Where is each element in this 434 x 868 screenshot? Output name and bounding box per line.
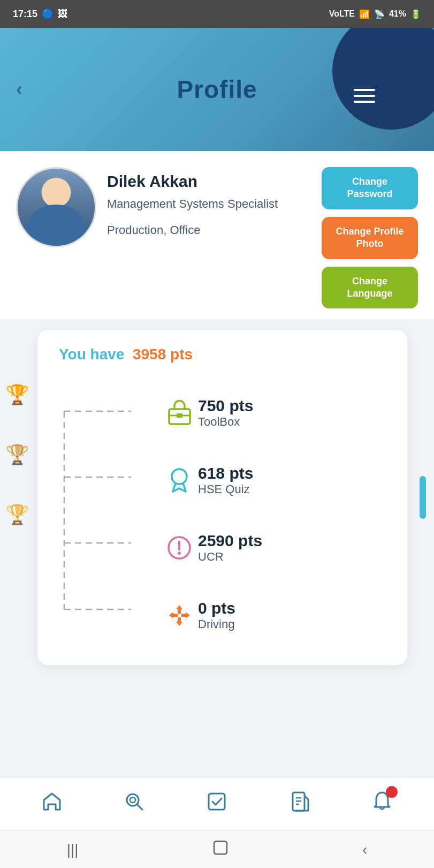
change-language-button[interactable]: Change Language: [322, 267, 418, 309]
home-icon: [41, 790, 63, 818]
arrows-icon: [161, 597, 198, 634]
gallery-icon: 🖼: [58, 9, 67, 20]
hsequiz-pts: 618 pts: [198, 464, 391, 482]
battery-icon: 🔋: [410, 9, 421, 19]
avatar-image: [18, 167, 95, 247]
app-icon: 🔵: [42, 8, 54, 20]
trophy-column: 🏆 🏆 🏆: [5, 383, 29, 526]
nav-home[interactable]: [41, 790, 63, 818]
status-left: 17:15 🔵 🖼: [13, 8, 67, 20]
change-photo-button[interactable]: Change Profile Photo: [322, 217, 418, 259]
profile-location: Production, Office: [107, 223, 311, 237]
profile-info: Dilek Akkan Management Systems Specialis…: [107, 167, 311, 237]
volte-indicator: VoLTE: [329, 9, 355, 19]
avatar-container: [16, 167, 96, 247]
tasks-icon: [205, 790, 228, 818]
profile-buttons: Change Password Change Profile Photo Cha…: [322, 167, 418, 308]
header: ‹ Profile: [0, 28, 434, 151]
svg-rect-19: [209, 794, 225, 810]
status-right: VoLTE 📶 📡 41% 🔋: [329, 9, 421, 19]
toolbox-icon: [161, 394, 198, 432]
svg-rect-13: [178, 617, 181, 623]
nav-tasks[interactable]: [205, 790, 228, 818]
ucr-pts: 2590 pts: [198, 532, 391, 550]
svg-rect-15: [181, 614, 187, 617]
notification-badge: [386, 786, 398, 798]
points-list-container: 750 pts ToolBox 618 pts HSE Quiz: [48, 379, 391, 649]
list-item: 618 pts HSE Quiz: [161, 447, 391, 514]
svg-rect-12: [178, 608, 181, 614]
trophy-bronze-icon: 🏆: [5, 503, 29, 526]
svg-rect-14: [172, 614, 178, 617]
change-password-button[interactable]: Change Password: [322, 167, 418, 209]
time: 17:15: [13, 9, 37, 20]
svg-point-8: [172, 469, 187, 484]
svg-rect-24: [214, 841, 227, 854]
nav-notifications[interactable]: [371, 790, 393, 818]
menu-button[interactable]: [332, 28, 434, 130]
warning-icon: [161, 529, 198, 567]
svg-rect-7: [177, 413, 182, 418]
points-card: You have 3958 pts: [37, 330, 407, 665]
hamburger-icon: [354, 89, 375, 103]
search-icon: [123, 790, 146, 818]
ribbon-icon: [161, 462, 198, 499]
driving-pts: 0 pts: [198, 599, 391, 617]
list-item: 0 pts Driving: [161, 582, 391, 649]
bottom-nav: [0, 777, 434, 831]
profile-name: Dilek Akkan: [107, 172, 311, 191]
status-bar: 17:15 🔵 🖼 VoLTE 📶 📡 41% 🔋: [0, 0, 434, 28]
toolbox-pts: 750 pts: [198, 397, 391, 415]
ucr-label: UCR: [198, 550, 391, 564]
nav-docs[interactable]: [288, 790, 311, 818]
profile-section: Dilek Akkan Management Systems Specialis…: [0, 151, 434, 319]
signal-icon: 📡: [374, 9, 385, 19]
points-items: 750 pts ToolBox 618 pts HSE Quiz: [161, 379, 391, 649]
hsequiz-label: HSE Quiz: [198, 482, 391, 496]
system-nav: ||| ‹: [0, 831, 434, 868]
trophy-gold-icon: 🏆: [5, 383, 29, 406]
back-button[interactable]: ‹: [16, 78, 22, 101]
svg-point-17: [130, 797, 135, 803]
wifi-icon: 📶: [359, 9, 370, 19]
svg-line-18: [137, 804, 142, 810]
docs-icon: [288, 790, 311, 818]
driving-label: Driving: [198, 617, 391, 631]
battery-level: 41%: [389, 9, 406, 19]
points-total: 3958 pts: [133, 346, 193, 363]
bracket-svg: [48, 379, 155, 641]
list-item: 2590 pts UCR: [161, 514, 391, 582]
avatar: [16, 167, 96, 247]
profile-role: Management Systems Specialist: [107, 196, 311, 213]
toolbox-label: ToolBox: [198, 415, 391, 429]
nav-back-button[interactable]: ‹: [362, 841, 367, 858]
svg-point-11: [178, 552, 181, 555]
page-title: Profile: [177, 75, 257, 104]
nav-search[interactable]: [123, 790, 146, 818]
nav-home-button[interactable]: [212, 839, 229, 860]
trophy-silver-icon: 🏆: [5, 443, 29, 466]
points-title: You have 3958 pts: [59, 346, 391, 363]
nav-recent-apps[interactable]: |||: [67, 841, 79, 858]
list-item: 750 pts ToolBox: [161, 379, 391, 447]
scroll-indicator[interactable]: [420, 476, 426, 519]
